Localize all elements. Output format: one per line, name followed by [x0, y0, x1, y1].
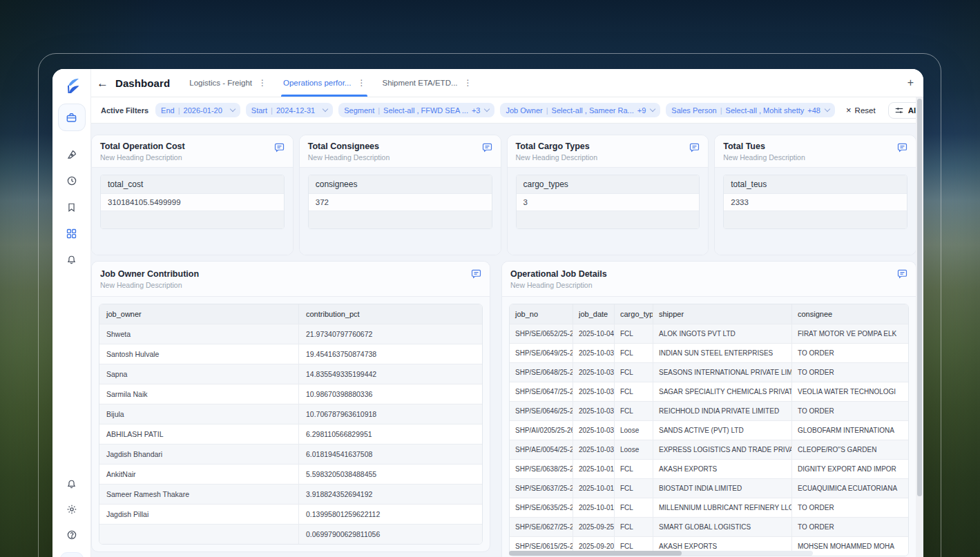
table-row: SHP/SE/0649/25-26 2025-10-03 FCL INDIAN …: [510, 343, 908, 362]
back-arrow-icon[interactable]: ←: [97, 77, 108, 89]
notifications-bell-icon[interactable]: [64, 476, 80, 492]
card-title: Operational Job Details: [510, 269, 906, 279]
cell-shipper: AKASH EXPORTS: [653, 459, 792, 478]
add-tab-button[interactable]: +: [907, 77, 914, 89]
active-filters-label: Active Filters: [101, 106, 148, 115]
column-header[interactable]: job_owner: [99, 304, 299, 324]
comment-icon[interactable]: [689, 142, 700, 153]
cell-job-owner: Sarmila Naik: [99, 384, 299, 404]
bell-icon[interactable]: [64, 251, 80, 268]
cell-job-owner: Bijula: [99, 404, 299, 424]
chip-value: 2026-01-20: [184, 106, 222, 115]
comment-icon[interactable]: [471, 268, 481, 279]
cell-job-date: 2025-10-03: [573, 440, 615, 459]
briefcase-icon: [66, 112, 77, 124]
cell-consignee: TO ORDER: [792, 401, 908, 420]
cell-contribution-pct: 14.835549335199442: [299, 364, 482, 384]
chip-separator: |: [271, 106, 273, 115]
sliders-icon: [894, 106, 904, 115]
filter-chip[interactable]: Job Owner | Select-all , Sameer Ra... +9: [500, 103, 660, 117]
kpi-card: Total Consignees New Heading Description: [299, 135, 501, 255]
sidebar-item-dashboards[interactable]: [58, 104, 86, 131]
kpi-mini-table: cargo_types 3: [516, 175, 700, 229]
column-header[interactable]: contribution_pct: [299, 304, 482, 324]
comment-icon[interactable]: [897, 268, 907, 279]
column-header[interactable]: shipper: [653, 304, 792, 324]
filter-chip[interactable]: Start | 2024-12-31: [246, 103, 333, 117]
reset-filters-button[interactable]: × Reset: [846, 106, 876, 115]
filter-chip[interactable]: Segment | Select-all , FFWD SEA ... +3: [338, 103, 494, 117]
kpi-title: Total Tues: [723, 141, 907, 151]
kpi-empty-row: [517, 211, 700, 228]
tab-label: Operations perfor...: [283, 79, 351, 87]
table-row: Jagdish Pillai 0.13995801259622112: [99, 504, 482, 524]
cell-job-no: SHP/SE/0649/25-26: [510, 343, 573, 362]
vertical-scrollbar-track[interactable]: [916, 97, 923, 557]
cell-consignee: DIGNITY EXPORT AND IMPOR: [792, 459, 908, 478]
table-row: SHP/AE/0054/25-26 2025-10-03 Loose EXPRE…: [510, 440, 908, 459]
table-row: Sarmila Naik 10.98670398880336: [99, 384, 482, 404]
cell-contribution-pct: 3.918824352694192: [299, 484, 482, 504]
bookmark-icon[interactable]: [64, 199, 80, 215]
cell-cargo-type: FCL: [615, 498, 653, 517]
table-row: SHP/SE/0638/25-26 2025-10-01 FCL AKASH E…: [510, 459, 908, 478]
table-body: SHP/SE/0652/25-26 2025-10-04 FCL ALOK IN…: [510, 324, 908, 556]
cell-job-no: SHP/AE/0054/25-26: [510, 440, 573, 459]
kpi-card: Total Operation Cost New Heading Descrip…: [91, 135, 294, 255]
column-header[interactable]: job_no: [510, 304, 573, 324]
horizontal-scrollbar-track[interactable]: [509, 551, 813, 556]
cell-cargo-type: Loose: [615, 420, 653, 440]
cell-shipper: ALOK INGOTS PVT LTD: [653, 324, 792, 343]
chip-separator: |: [178, 106, 180, 115]
filter-chip[interactable]: Sales Person | Select-all , Mohit shetty…: [666, 103, 835, 117]
kpi-field-name: total_cost: [101, 175, 284, 193]
grid-icon[interactable]: [64, 225, 80, 242]
tab-kebab-icon[interactable]: ⋮: [357, 78, 365, 88]
cell-job-no: SHP/SE/0652/25-26: [510, 324, 573, 343]
column-header[interactable]: cargo_type: [615, 304, 653, 324]
sidebar-nav: [64, 146, 80, 268]
chevron-down-icon: [484, 106, 490, 112]
cell-job-owner: ABHILASH PATIL: [99, 424, 299, 444]
chip-value: 2024-12-31: [276, 106, 315, 115]
pen-icon[interactable]: [64, 146, 80, 163]
cell-consignee: ECUAQUIMICA ECUATORIANA: [792, 478, 908, 498]
vertical-scrollbar-thumb[interactable]: [917, 99, 922, 496]
tab-shipment-eta-etd[interactable]: Shipment ETA/ETD... ⋮: [382, 69, 472, 97]
app-logo[interactable]: [58, 72, 86, 101]
kpi-value: 2333: [724, 193, 907, 211]
cell-job-no: SHP/AI/0205/25-26: [510, 420, 573, 440]
comment-icon[interactable]: [274, 142, 285, 153]
table-row: Shweta 21.97340797760672: [99, 324, 482, 344]
horizontal-scrollbar-thumb[interactable]: [509, 551, 682, 556]
kpi-subtitle: New Heading Description: [308, 153, 492, 162]
comment-icon[interactable]: [897, 142, 907, 153]
tab-kebab-icon[interactable]: ⋮: [464, 78, 472, 88]
cell-job-owner: Santosh Hulvale: [99, 344, 299, 364]
column-header[interactable]: job_date: [573, 304, 615, 324]
clock-icon[interactable]: [64, 173, 80, 189]
cell-cargo-type: Loose: [615, 440, 653, 459]
cell-consignee: GLOBOFARM INTERNATIONA: [792, 420, 908, 440]
add-widget-button[interactable]: [60, 552, 84, 557]
table-row: Santosh Hulvale 19.454163750874738: [99, 344, 482, 364]
kpi-title: Total Cargo Types: [516, 141, 700, 151]
gear-icon[interactable]: [64, 501, 80, 518]
cell-shipper: EXPRESS LOGISTICS AND TRADE PRIVATE LIMI…: [653, 440, 792, 459]
cell-job-no: SHP/SE/0646/25-26: [510, 401, 573, 420]
tab-operations-performance[interactable]: Operations perfor... ⋮: [283, 69, 365, 97]
kpi-empty-row: [309, 211, 492, 228]
cell-job-owner: Jagdish Bhandari: [99, 444, 299, 464]
help-icon[interactable]: [64, 527, 80, 543]
filter-bar: Active Filters End | 2026-01-20 Start |: [91, 97, 923, 124]
tab-logistics-freight[interactable]: Logistics - Freight ⋮: [189, 69, 267, 97]
table-row: SHP/SE/0652/25-26 2025-10-04 FCL ALOK IN…: [510, 324, 908, 343]
table-row: SHP/SE/0637/25-26 2025-10-01 FCL BIOSTAD…: [510, 478, 908, 498]
cell-consignee: TO ORDER: [792, 517, 908, 536]
column-header[interactable]: consignee: [792, 304, 908, 324]
cell-consignee: TO ORDER: [792, 362, 908, 382]
kpi-card-header: Total Tues New Heading Description: [715, 135, 916, 168]
comment-icon[interactable]: [482, 142, 492, 153]
filter-chip[interactable]: End | 2026-01-20: [155, 103, 240, 117]
tab-kebab-icon[interactable]: ⋮: [258, 78, 267, 88]
